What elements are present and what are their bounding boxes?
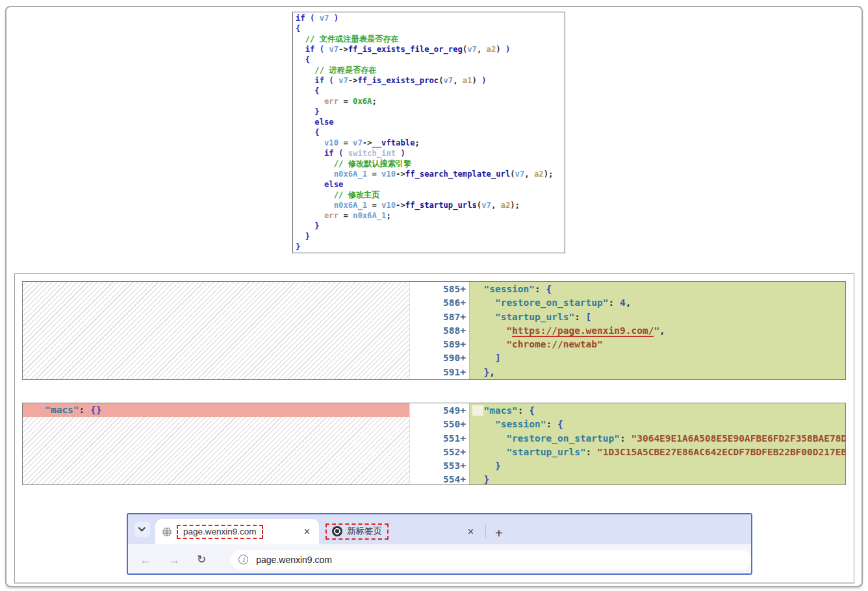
diff2-removed-line: "macs": {}: [23, 403, 409, 417]
decompiler-code-block: if ( v7 ){ // 文件或注册表是否存在 if ( v7->ff_is_…: [292, 12, 565, 253]
annotation-box-tab2: 新标签页: [326, 523, 389, 540]
browser-window: page.wenxin9.com × 新标签页 × + ← → ↻: [127, 513, 752, 575]
diff-block-session: 585+586+587+588+589+590+591+ "session": …: [22, 281, 846, 380]
tab1-title: page.wenxin9.com: [183, 527, 257, 536]
tab1-close-icon[interactable]: ×: [301, 527, 313, 537]
diff-and-browser-container: 585+586+587+588+589+590+591+ "session": …: [14, 273, 854, 583]
address-bar[interactable]: i page.wenxin9.com: [231, 550, 751, 570]
new-tab-button[interactable]: +: [491, 527, 507, 540]
diff1-pane-gap: [410, 282, 439, 379]
screenshot-canvas: if ( v7 ){ // 文件或注册表是否存在 if ( v7->ff_is_…: [0, 0, 868, 591]
tab2-title: 新标签页: [347, 525, 382, 537]
back-icon[interactable]: ←: [140, 554, 151, 566]
forward-icon[interactable]: →: [168, 554, 180, 566]
tab-new-tab[interactable]: 新标签页 ×: [319, 519, 483, 544]
chevron-down-icon: [138, 524, 146, 531]
address-url: page.wenxin9.com: [256, 555, 332, 565]
reload-icon[interactable]: ↻: [197, 554, 206, 565]
diff2-line-numbers: 549+550+551+552+553+554+: [439, 403, 469, 484]
diff1-added-content: "session": { "restore_on_startup": 4, "s…: [469, 282, 845, 379]
globe-icon: [162, 527, 172, 537]
tab-search-button[interactable]: [134, 522, 150, 537]
browser-toolbar: ← → ↻ i page.wenxin9.com: [128, 544, 751, 575]
diff1-left-empty-hatched-pane: [23, 282, 410, 379]
browser-tab-strip: page.wenxin9.com × 新标签页 × +: [128, 514, 751, 544]
tab-page-wenxin9[interactable]: page.wenxin9.com ×: [155, 519, 319, 544]
diff-block-macs: "macs": {} 549+550+551+552+553+554+ "mac…: [22, 403, 846, 485]
diff2-pane-gap: [410, 403, 439, 484]
diff1-line-numbers: 585+586+587+588+589+590+591+: [439, 282, 469, 379]
tab-divider: [485, 525, 486, 538]
site-info-icon[interactable]: i: [238, 555, 248, 564]
tab2-close-icon[interactable]: ×: [465, 527, 476, 537]
chromium-icon: [332, 526, 342, 536]
diff2-added-content: "macs": { "session": { "restore_on_start…: [469, 403, 845, 484]
annotation-box-tab1: page.wenxin9.com: [177, 525, 263, 539]
diff2-left-pane: "macs": {}: [23, 403, 410, 484]
